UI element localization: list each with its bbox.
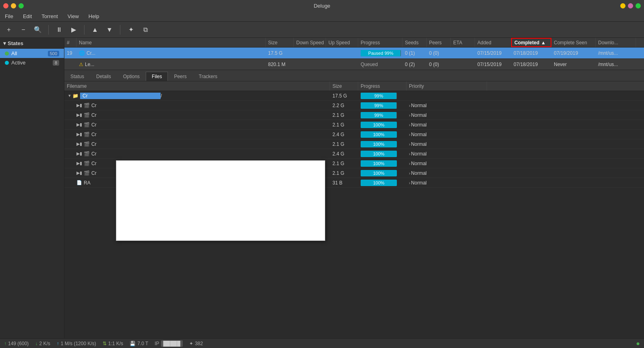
table-row[interactable]: 19 🌐 Cr... 17.5 G Paused 99% 0 (1) 0 (0) (64, 48, 644, 59)
header-size[interactable]: Size (266, 38, 294, 47)
add-torrent-button[interactable]: + (3, 24, 14, 35)
list-item[interactable]: ▾ 📁 Cr / 17.5 G 99% (64, 91, 644, 101)
maximize-button[interactable] (19, 3, 24, 8)
warning-icon: ⚠ (79, 62, 83, 67)
tab-trackers[interactable]: Trackers (193, 72, 223, 81)
down-speed-icon: ↓ (35, 341, 37, 346)
files-list-header: Filename Size Progress Priority (64, 81, 644, 91)
minimize-button[interactable] (11, 3, 16, 8)
wc-right-2 (628, 3, 633, 8)
window-controls (3, 3, 24, 8)
table-row[interactable]: ⚠ Le... 820.1 M Queued 0 (2) 0 (0) 07/15… (64, 59, 644, 70)
tab-files[interactable]: Files (146, 72, 168, 81)
content-area: # Name Size Down Speed Up Speed Progress… (64, 38, 644, 338)
header-eta[interactable]: ETA (451, 38, 475, 47)
sidebar-item-active[interactable]: Active 8 (0, 58, 64, 67)
folder-expand-icon: ▾ (68, 93, 71, 98)
titlebar: Deluge (0, 0, 644, 11)
list-item[interactable]: ▶▮ 🎬 Cr 2.4 G 100% ›Normal (64, 130, 644, 139)
header-peers[interactable]: Peers (427, 38, 451, 47)
cell-completed: 07/18/2019 (511, 62, 551, 67)
cell-num: 19 (64, 50, 76, 56)
cell-added: 07/15/2019 (475, 50, 511, 56)
menu-torrent[interactable]: Torrent (40, 12, 59, 20)
torrent-list: # Name Size Down Speed Up Speed Progress… (64, 38, 644, 70)
sb-up-speed: ↑ 1 M/s (1200 K/s) (57, 341, 96, 346)
sb-down-speed: ↓ 2 K/s (35, 341, 50, 346)
close-button[interactable] (3, 3, 8, 8)
menu-view[interactable]: View (66, 12, 80, 20)
cell-peers: 0 (0) (427, 50, 451, 56)
cell-size: 820.1 M (266, 62, 294, 67)
tab-bar: Status Details Options Files Peers Track… (64, 70, 644, 81)
header-progress[interactable]: Progress (358, 38, 402, 47)
sidebar-section-states: ▾ States (0, 38, 64, 49)
wc-right-3 (636, 3, 641, 8)
up-speed-icon: ↑ (57, 341, 59, 346)
pause-button[interactable]: ⏸ (54, 24, 65, 35)
file-sub-icon: ▶▮ (76, 112, 82, 118)
menu-file[interactable]: File (3, 12, 15, 20)
fh-size[interactable]: Size (330, 81, 358, 91)
list-item[interactable]: ▶▮ 🎬 Cr 2.2 G 99% ›Normal (64, 101, 644, 110)
toolbar-separator-3 (120, 25, 120, 35)
app-title: Deluge (314, 3, 330, 9)
cell-download: /mnt/us... (596, 50, 636, 56)
file-sub-icon: ▶▮ (76, 103, 82, 108)
wc-right-1 (620, 3, 625, 8)
header-name[interactable]: Name (76, 38, 266, 47)
header-added[interactable]: Added (475, 38, 511, 47)
list-item[interactable]: ▶▮ 🎬 Cr 2.1 G 100% ›Normal (64, 139, 644, 149)
tab-status[interactable]: Status (64, 72, 90, 81)
header-download[interactable]: Downlo... (596, 38, 636, 47)
cell-progress: Paused 99% (358, 50, 402, 56)
fh-progress[interactable]: Progress (358, 81, 407, 91)
seeds-icon: ↑ (4, 341, 6, 346)
toolbar: + − 🔍 ⏸ ▶ ▲ ▼ ✦ ⧉ (0, 22, 644, 38)
chevron-down-icon: ▾ (3, 40, 6, 46)
file-icon-media2: 🎬 (84, 112, 90, 118)
list-item[interactable]: ▶▮ 🎬 Cr 2.1 G 99% ›Normal (64, 110, 644, 120)
cell-seeds: 0 (1) (402, 50, 427, 56)
autocomplete-dropdown (116, 160, 325, 241)
sb-ip: IP █████ (155, 340, 183, 347)
header-down-speed[interactable]: Down Speed (294, 38, 326, 47)
header-seeds[interactable]: Seeds (402, 38, 427, 47)
move-up-button[interactable]: ▲ (89, 24, 101, 35)
sb-storage: 💾 7.0 T (130, 341, 148, 346)
connection-manager-button[interactable]: ⧉ (140, 24, 151, 35)
cell-complete-seen: Never (551, 62, 596, 67)
fh-filename[interactable]: Filename (64, 81, 330, 91)
files-content: Filename Size Progress Priority ▾ 📁 Cr / (64, 81, 644, 338)
list-item[interactable]: ▶▮ 🎬 Cr 2.1 G 100% ›Normal (64, 120, 644, 130)
fh-priority[interactable]: Priority (407, 81, 487, 91)
preferences-button[interactable]: ✦ (125, 24, 136, 35)
menu-help[interactable]: Help (87, 12, 101, 20)
torrent-icon: 🌐 (79, 50, 85, 56)
remove-torrent-button[interactable]: − (18, 24, 29, 35)
file-progress: 99% (358, 102, 407, 109)
sidebar: ▾ States All 500 Active 8 (0, 38, 64, 338)
statusbar: ↑ 149 (600) ↓ 2 K/s ↑ 1 M/s (1200 K/s) ⇅… (0, 338, 644, 348)
tab-details[interactable]: Details (90, 72, 117, 81)
connections-icon: ✦ (189, 341, 193, 346)
cell-peers: 0 (0) (427, 62, 451, 67)
window-controls-right (620, 3, 641, 8)
cell-completed: 07/18/2019 (511, 50, 551, 56)
sidebar-item-all[interactable]: All 500 (0, 49, 64, 58)
menu-edit[interactable]: Edit (21, 12, 33, 20)
move-down-button[interactable]: ▼ (104, 24, 115, 35)
header-completed[interactable]: Completed▲ (511, 38, 551, 47)
tab-peers[interactable]: Peers (168, 72, 192, 81)
header-num[interactable]: # (64, 38, 76, 47)
tab-options[interactable]: Options (117, 72, 146, 81)
search-button[interactable]: 🔍 (32, 24, 43, 35)
toolbar-separator-2 (84, 25, 85, 35)
header-up-speed[interactable]: Up Speed (326, 38, 358, 47)
toolbar-separator-1 (48, 25, 49, 35)
file-input-box[interactable]: Cr (80, 93, 161, 99)
cell-name: 🌐 Cr... (76, 50, 266, 56)
list-item[interactable]: ▶▮ 🎬 Cr 2.4 G 100% ›Normal (64, 149, 644, 159)
header-complete-seen[interactable]: Complete Seen (551, 38, 596, 47)
resume-button[interactable]: ▶ (68, 24, 79, 35)
